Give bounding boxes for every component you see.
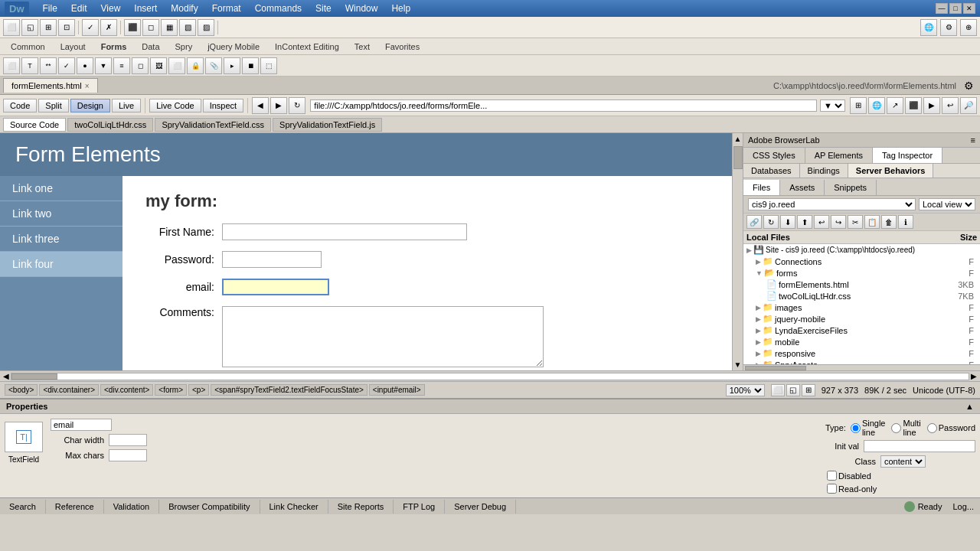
site-select[interactable]: cis9 jo.reed bbox=[748, 198, 916, 210]
toolbar-btn-10[interactable]: ▧ bbox=[179, 19, 196, 36]
menu-view[interactable]: View bbox=[96, 3, 126, 14]
toolbar-btn-2[interactable]: ◱ bbox=[21, 19, 38, 36]
class-select[interactable]: content bbox=[880, 455, 926, 468]
scroll-thumb[interactable] bbox=[733, 146, 743, 169]
props-name-input[interactable] bbox=[51, 419, 112, 431]
cat-tab-incontext[interactable]: InContext Editing bbox=[267, 41, 347, 53]
form-btn-13[interactable]: ▸ bbox=[224, 57, 240, 74]
cat-tab-common[interactable]: Common bbox=[3, 41, 53, 53]
toolbar-btn-6[interactable]: ✗ bbox=[100, 19, 117, 36]
url-btn-5[interactable]: ▶ bbox=[923, 97, 940, 114]
form-btn-4[interactable]: ✓ bbox=[58, 57, 75, 74]
form-btn-5[interactable]: ● bbox=[77, 57, 93, 74]
form-btn-8[interactable]: ◻ bbox=[132, 57, 149, 74]
nav-forward-btn[interactable]: ▶ bbox=[270, 97, 287, 114]
toolbar-btn-7[interactable]: ⬛ bbox=[124, 19, 141, 36]
ft-forms[interactable]: ▼ 📂 forms F bbox=[743, 267, 980, 279]
type-pass-radio[interactable] bbox=[927, 423, 937, 433]
related-js[interactable]: SpryValidationTextField.js bbox=[273, 118, 382, 132]
doc-tab-close[interactable]: × bbox=[85, 82, 90, 90]
form-btn-6[interactable]: ▼ bbox=[95, 57, 112, 74]
toolbar-btn-5[interactable]: ✓ bbox=[82, 19, 99, 36]
panel-tab-taginspector[interactable]: Tag Inspector bbox=[873, 148, 942, 163]
ft-put-btn[interactable]: ⬆ bbox=[797, 215, 812, 229]
cat-tab-layout[interactable]: Layout bbox=[53, 41, 93, 53]
panel-subtab-server[interactable]: Server Behaviors bbox=[848, 164, 934, 178]
site-btn[interactable]: 🌐 bbox=[920, 19, 937, 36]
zoom-select[interactable]: 100% bbox=[726, 384, 765, 396]
charwidth-input[interactable] bbox=[109, 434, 147, 446]
bottom-tab-ftplog[interactable]: FTP Log bbox=[394, 500, 445, 514]
ft-paste-btn[interactable]: 📋 bbox=[864, 215, 880, 229]
ft-images[interactable]: ▶ 📁 images F bbox=[743, 302, 980, 313]
cat-tab-data[interactable]: Data bbox=[134, 41, 167, 53]
form-btn-15[interactable]: ⬚ bbox=[260, 57, 277, 74]
ft-lynda[interactable]: ▶ 📁 LyndaExerciseFiles F bbox=[743, 324, 980, 336]
maxchars-input[interactable] bbox=[109, 449, 147, 461]
related-css2[interactable]: SpryValidationTextField.css bbox=[155, 118, 271, 132]
maximize-button[interactable]: □ bbox=[949, 3, 962, 14]
cat-tab-text[interactable]: Text bbox=[347, 41, 377, 53]
toolbar-btn-3[interactable]: ⊞ bbox=[40, 19, 57, 36]
snippets-tab[interactable]: Snippets bbox=[825, 180, 877, 195]
type-single-label[interactable]: Single line bbox=[851, 419, 886, 437]
panel-subtab-bindings[interactable]: Bindings bbox=[800, 164, 848, 178]
bottom-tab-sitereports[interactable]: Site Reports bbox=[328, 500, 394, 514]
hscroll-thumb[interactable] bbox=[745, 366, 806, 370]
ft-connect-btn[interactable]: 🔗 bbox=[746, 215, 762, 229]
url-btn-6[interactable]: ↩ bbox=[942, 97, 959, 114]
form-btn-1[interactable]: ⬜ bbox=[3, 57, 20, 74]
bottom-tab-search[interactable]: Search bbox=[0, 500, 46, 514]
disabled-label[interactable]: Disabled bbox=[827, 471, 871, 481]
type-multi-label[interactable]: Multi line bbox=[891, 419, 920, 437]
scroll-down-btn[interactable]: ▼ bbox=[733, 359, 743, 370]
bottom-tab-serverdebug[interactable]: Server Debug bbox=[445, 500, 516, 514]
form-btn-12[interactable]: 📎 bbox=[205, 57, 222, 74]
view-icon-1[interactable]: ⬜ bbox=[771, 384, 785, 396]
panel-tab-css[interactable]: CSS Styles bbox=[743, 148, 805, 163]
settings-btn[interactable]: ⚙ bbox=[940, 19, 957, 36]
toolbar-btn-9[interactable]: ▦ bbox=[161, 19, 178, 36]
view-code-button[interactable]: Code bbox=[3, 99, 37, 112]
localview-select[interactable]: Local view bbox=[919, 198, 975, 210]
menu-help[interactable]: Help bbox=[387, 3, 415, 14]
type-multi-radio[interactable] bbox=[891, 423, 901, 433]
cat-tab-spry[interactable]: Spry bbox=[168, 41, 201, 53]
vertical-scrollbar[interactable]: ▲ ▼ bbox=[732, 133, 743, 370]
menu-modify[interactable]: Modify bbox=[166, 3, 202, 14]
cat-tab-favorites[interactable]: Favorites bbox=[377, 41, 427, 53]
disabled-checkbox[interactable] bbox=[827, 471, 837, 481]
menu-insert[interactable]: Insert bbox=[129, 3, 162, 14]
view-split-button[interactable]: Split bbox=[38, 99, 68, 112]
doc-tab-active[interactable]: formElements.html × bbox=[3, 78, 98, 93]
ft-checkin-btn[interactable]: ↩ bbox=[814, 215, 829, 229]
form-btn-11[interactable]: 🔒 bbox=[187, 57, 204, 74]
toolbar-btn-11[interactable]: ▨ bbox=[198, 19, 214, 36]
assets-tab[interactable]: Assets bbox=[780, 180, 825, 195]
menu-edit[interactable]: Edit bbox=[67, 3, 92, 14]
ft-info-btn[interactable]: ℹ bbox=[898, 215, 913, 229]
breadcrumb-div-container[interactable]: <div.container> bbox=[39, 384, 99, 396]
readonly-label[interactable]: Read-only bbox=[827, 484, 877, 494]
view-icon-3[interactable]: ⊞ bbox=[802, 384, 815, 396]
url-input[interactable] bbox=[310, 99, 817, 112]
related-source[interactable]: Source Code bbox=[3, 118, 66, 132]
bottom-tab-linkcheck[interactable]: Link Checker bbox=[260, 500, 328, 514]
log-label[interactable]: Log... bbox=[952, 502, 974, 511]
extend-btn[interactable]: ⊕ bbox=[960, 19, 977, 36]
breadcrumb-input[interactable]: <input#email> bbox=[369, 384, 425, 396]
form-btn-7[interactable]: ≡ bbox=[113, 57, 130, 74]
type-single-radio[interactable] bbox=[851, 423, 861, 433]
ft-cut-btn[interactable]: ✂ bbox=[848, 215, 863, 229]
password-input[interactable] bbox=[222, 251, 322, 268]
menu-commands[interactable]: Commands bbox=[250, 3, 306, 14]
breadcrumb-p[interactable]: <p> bbox=[188, 384, 209, 396]
nav-link-4[interactable]: Link four bbox=[0, 252, 122, 277]
hscroll-right-btn[interactable]: ▶ bbox=[971, 372, 977, 380]
bottom-tab-validation[interactable]: Validation bbox=[104, 500, 160, 514]
url-btn-1[interactable]: ⊞ bbox=[850, 97, 867, 114]
view-design-button[interactable]: Design bbox=[70, 99, 110, 112]
ft-spryassets[interactable]: ▶ 📁 SpryAssets F bbox=[743, 359, 980, 364]
view-livecode-button[interactable]: Live Code bbox=[149, 99, 201, 112]
email-input[interactable] bbox=[222, 279, 329, 295]
